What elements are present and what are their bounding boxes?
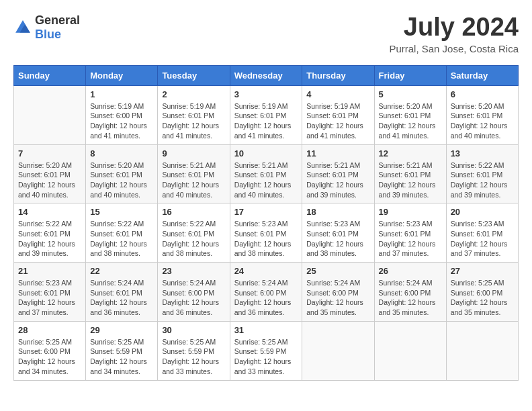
- day-info: Sunrise: 5:21 AM Sunset: 6:01 PM Dayligh…: [234, 161, 298, 200]
- day-number: 14: [18, 207, 81, 217]
- calendar-cell: [14, 85, 86, 144]
- day-info: Sunrise: 5:23 AM Sunset: 6:01 PM Dayligh…: [306, 219, 369, 259]
- day-number: 22: [90, 266, 153, 276]
- calendar-cell: 21Sunrise: 5:23 AM Sunset: 6:01 PM Dayli…: [14, 263, 86, 322]
- day-number: 5: [379, 89, 442, 99]
- day-number: 30: [162, 325, 225, 335]
- day-info: Sunrise: 5:20 AM Sunset: 6:01 PM Dayligh…: [451, 101, 514, 141]
- calendar-cell: 4Sunrise: 5:19 AM Sunset: 6:01 PM Daylig…: [302, 85, 374, 144]
- day-number: 11: [306, 148, 369, 158]
- title-section: July 2024 Purral, San Jose, Costa Rica: [389, 13, 519, 54]
- day-number: 1: [90, 89, 153, 99]
- col-header-tuesday: Tuesday: [158, 65, 230, 85]
- day-number: 17: [234, 207, 298, 217]
- day-info: Sunrise: 5:21 AM Sunset: 6:01 PM Dayligh…: [379, 161, 442, 200]
- day-number: 23: [162, 266, 225, 276]
- day-info: Sunrise: 5:23 AM Sunset: 6:01 PM Dayligh…: [451, 219, 514, 259]
- calendar-cell: 11Sunrise: 5:21 AM Sunset: 6:01 PM Dayli…: [302, 144, 374, 203]
- day-number: 21: [18, 266, 81, 276]
- calendar-cell: [374, 321, 446, 380]
- calendar-cell: 24Sunrise: 5:24 AM Sunset: 6:00 PM Dayli…: [230, 263, 302, 322]
- calendar-cell: 1Sunrise: 5:19 AM Sunset: 6:00 PM Daylig…: [86, 85, 158, 144]
- day-number: 2: [162, 89, 225, 99]
- calendar-cell: [446, 321, 518, 380]
- day-info: Sunrise: 5:25 AM Sunset: 5:59 PM Dayligh…: [162, 337, 225, 377]
- calendar-cell: 16Sunrise: 5:22 AM Sunset: 6:01 PM Dayli…: [158, 203, 230, 263]
- calendar-cell: 10Sunrise: 5:21 AM Sunset: 6:01 PM Dayli…: [230, 144, 302, 203]
- day-number: 18: [306, 207, 369, 217]
- calendar-cell: 23Sunrise: 5:24 AM Sunset: 6:00 PM Dayli…: [158, 263, 230, 322]
- logo-icon: [13, 18, 32, 37]
- calendar-header-row: SundayMondayTuesdayWednesdayThursdayFrid…: [14, 65, 519, 85]
- day-info: Sunrise: 5:22 AM Sunset: 6:01 PM Dayligh…: [162, 219, 225, 259]
- calendar-cell: 3Sunrise: 5:19 AM Sunset: 6:01 PM Daylig…: [230, 85, 302, 144]
- calendar-cell: 31Sunrise: 5:25 AM Sunset: 5:59 PM Dayli…: [230, 321, 302, 380]
- day-info: Sunrise: 5:23 AM Sunset: 6:01 PM Dayligh…: [379, 219, 442, 259]
- calendar-cell: 30Sunrise: 5:25 AM Sunset: 5:59 PM Dayli…: [158, 321, 230, 380]
- day-info: Sunrise: 5:24 AM Sunset: 6:00 PM Dayligh…: [162, 278, 225, 318]
- logo-general: General: [35, 13, 80, 27]
- day-info: Sunrise: 5:20 AM Sunset: 6:01 PM Dayligh…: [90, 161, 153, 200]
- logo-blue: Blue: [35, 28, 61, 41]
- day-info: Sunrise: 5:22 AM Sunset: 6:01 PM Dayligh…: [90, 219, 153, 259]
- col-header-saturday: Saturday: [446, 65, 518, 85]
- day-info: Sunrise: 5:19 AM Sunset: 6:01 PM Dayligh…: [306, 101, 369, 141]
- calendar-cell: 29Sunrise: 5:25 AM Sunset: 5:59 PM Dayli…: [86, 321, 158, 380]
- calendar-week-2: 7Sunrise: 5:20 AM Sunset: 6:01 PM Daylig…: [14, 144, 519, 203]
- col-header-sunday: Sunday: [14, 65, 86, 85]
- day-number: 31: [234, 325, 298, 335]
- day-info: Sunrise: 5:20 AM Sunset: 6:01 PM Dayligh…: [18, 161, 81, 200]
- day-number: 8: [90, 148, 153, 158]
- calendar-cell: 27Sunrise: 5:25 AM Sunset: 6:00 PM Dayli…: [446, 263, 518, 322]
- day-number: 4: [306, 89, 369, 99]
- calendar-cell: 26Sunrise: 5:24 AM Sunset: 6:00 PM Dayli…: [374, 263, 446, 322]
- calendar-cell: 9Sunrise: 5:21 AM Sunset: 6:01 PM Daylig…: [158, 144, 230, 203]
- calendar-week-3: 14Sunrise: 5:22 AM Sunset: 6:01 PM Dayli…: [14, 203, 519, 263]
- day-info: Sunrise: 5:21 AM Sunset: 6:01 PM Dayligh…: [162, 161, 225, 200]
- day-info: Sunrise: 5:23 AM Sunset: 6:01 PM Dayligh…: [234, 219, 298, 259]
- subtitle: Purral, San Jose, Costa Rica: [389, 43, 519, 54]
- day-info: Sunrise: 5:24 AM Sunset: 6:00 PM Dayligh…: [379, 278, 442, 318]
- col-header-monday: Monday: [86, 65, 158, 85]
- calendar-week-5: 28Sunrise: 5:25 AM Sunset: 6:00 PM Dayli…: [14, 321, 519, 380]
- calendar-cell: 20Sunrise: 5:23 AM Sunset: 6:01 PM Dayli…: [446, 203, 518, 263]
- calendar-cell: 17Sunrise: 5:23 AM Sunset: 6:01 PM Dayli…: [230, 203, 302, 263]
- day-number: 19: [379, 207, 442, 217]
- day-info: Sunrise: 5:25 AM Sunset: 6:00 PM Dayligh…: [18, 337, 81, 377]
- day-number: 3: [234, 89, 298, 99]
- day-info: Sunrise: 5:24 AM Sunset: 6:00 PM Dayligh…: [306, 278, 369, 318]
- calendar-week-1: 1Sunrise: 5:19 AM Sunset: 6:00 PM Daylig…: [14, 85, 519, 144]
- day-number: 25: [306, 266, 369, 276]
- calendar-cell: 18Sunrise: 5:23 AM Sunset: 6:01 PM Dayli…: [302, 203, 374, 263]
- day-info: Sunrise: 5:21 AM Sunset: 6:01 PM Dayligh…: [306, 161, 369, 200]
- day-info: Sunrise: 5:25 AM Sunset: 5:59 PM Dayligh…: [90, 337, 153, 377]
- calendar-week-4: 21Sunrise: 5:23 AM Sunset: 6:01 PM Dayli…: [14, 263, 519, 322]
- logo-text: General Blue: [35, 13, 80, 42]
- day-number: 26: [379, 266, 442, 276]
- day-info: Sunrise: 5:25 AM Sunset: 6:00 PM Dayligh…: [451, 278, 514, 318]
- calendar-cell: 22Sunrise: 5:24 AM Sunset: 6:01 PM Dayli…: [86, 263, 158, 322]
- col-header-wednesday: Wednesday: [230, 65, 302, 85]
- day-number: 12: [379, 148, 442, 158]
- calendar-cell: 7Sunrise: 5:20 AM Sunset: 6:01 PM Daylig…: [14, 144, 86, 203]
- calendar-cell: 2Sunrise: 5:19 AM Sunset: 6:01 PM Daylig…: [158, 85, 230, 144]
- day-number: 16: [162, 207, 225, 217]
- col-header-thursday: Thursday: [302, 65, 374, 85]
- day-info: Sunrise: 5:23 AM Sunset: 6:01 PM Dayligh…: [18, 278, 81, 318]
- day-number: 27: [451, 266, 514, 276]
- day-info: Sunrise: 5:22 AM Sunset: 6:01 PM Dayligh…: [18, 219, 81, 259]
- col-header-friday: Friday: [374, 65, 446, 85]
- calendar-cell: 5Sunrise: 5:20 AM Sunset: 6:01 PM Daylig…: [374, 85, 446, 144]
- day-info: Sunrise: 5:25 AM Sunset: 5:59 PM Dayligh…: [234, 337, 298, 377]
- day-info: Sunrise: 5:24 AM Sunset: 6:00 PM Dayligh…: [234, 278, 298, 318]
- day-number: 24: [234, 266, 298, 276]
- calendar-table: SundayMondayTuesdayWednesdayThursdayFrid…: [13, 65, 519, 381]
- calendar-cell: 28Sunrise: 5:25 AM Sunset: 6:00 PM Dayli…: [14, 321, 86, 380]
- calendar-cell: 25Sunrise: 5:24 AM Sunset: 6:00 PM Dayli…: [302, 263, 374, 322]
- calendar-cell: 12Sunrise: 5:21 AM Sunset: 6:01 PM Dayli…: [374, 144, 446, 203]
- day-number: 29: [90, 325, 153, 335]
- calendar-cell: 13Sunrise: 5:22 AM Sunset: 6:01 PM Dayli…: [446, 144, 518, 203]
- day-info: Sunrise: 5:19 AM Sunset: 6:01 PM Dayligh…: [234, 101, 298, 141]
- day-number: 6: [451, 89, 514, 99]
- day-info: Sunrise: 5:22 AM Sunset: 6:01 PM Dayligh…: [451, 161, 514, 200]
